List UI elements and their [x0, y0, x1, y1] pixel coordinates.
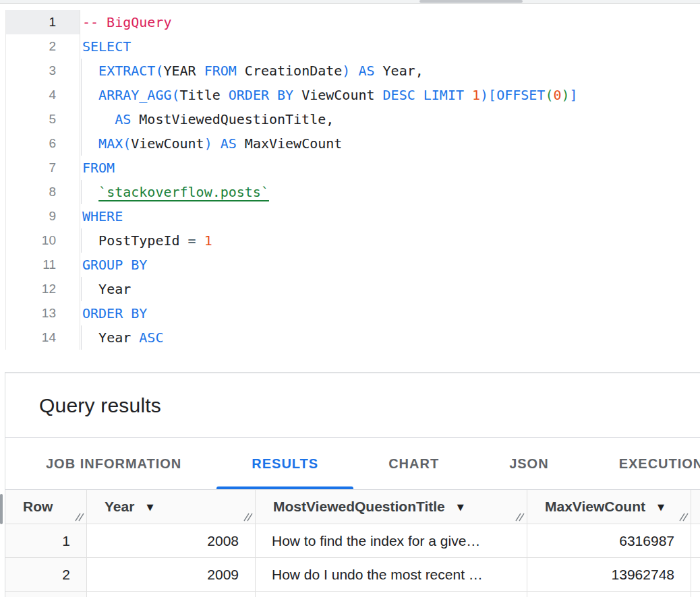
code-line: 2 SELECT	[5, 34, 700, 59]
column-resize-handle-icon[interactable]	[243, 513, 253, 522]
code-token: ASC	[139, 329, 163, 346]
active-tab-indicator	[216, 486, 353, 489]
tab-label: CHART	[388, 456, 439, 472]
code-token	[82, 135, 98, 152]
line-number: 11	[5, 253, 80, 277]
code-token	[82, 281, 98, 297]
table-header-row: Row Year ▼ MostViewedQuestionTitle ▼ Max…	[5, 490, 700, 524]
code-line-content: WHERE	[80, 204, 700, 228]
table-reference-link[interactable]: `stackoverflow.posts`	[98, 184, 269, 200]
tab-results[interactable]: RESULTS	[216, 438, 353, 489]
table-cell: How to find the index for a give…	[256, 524, 527, 557]
code-token: )	[204, 135, 212, 152]
table-cell	[87, 592, 256, 597]
code-token: )	[562, 87, 570, 103]
code-token: PostTypeId	[98, 232, 187, 249]
code-token: ViewCount	[131, 135, 204, 152]
line-number: 10	[5, 228, 80, 253]
column-header-year[interactable]: Year ▼	[87, 490, 256, 524]
column-header-row: Row	[5, 490, 87, 524]
vertical-scrollbar-thumb[interactable]	[0, 494, 3, 524]
line-number: 8	[5, 180, 80, 204]
code-token: ]	[570, 87, 578, 103]
column-sort-dropdown-icon: ▼	[658, 502, 664, 512]
code-line-content: EXTRACT(YEAR FROM CreationDate) AS Year,	[80, 59, 700, 83]
horizontal-scrollbar-thumb[interactable]	[419, 0, 523, 3]
cell-value: 1	[62, 533, 70, 549]
column-resize-handle-icon[interactable]	[679, 513, 689, 522]
line-number: 2	[5, 34, 80, 59]
cell-value: 13962748	[612, 567, 674, 583]
panel-gap	[0, 352, 700, 372]
code-token	[82, 111, 115, 127]
code-line: 6 MAX(ViewCount) AS MaxViewCount	[5, 131, 700, 156]
code-token: AS	[350, 63, 382, 79]
code-token: 0	[553, 87, 561, 103]
code-token: YEAR	[163, 63, 196, 79]
code-token: MAX(	[98, 135, 131, 152]
code-line-content: ORDER BY	[80, 301, 700, 325]
code-token: )[OFFSET	[480, 87, 545, 103]
tab-chart[interactable]: CHART	[353, 438, 474, 489]
bigquery-console: 1 -- BigQuery 2 SELECT 3 EXTRACT(YEAR FR…	[0, 0, 700, 597]
results-tab-bar: JOB INFORMATION RESULTS CHART JSON EXECU…	[5, 438, 700, 490]
code-token: 1	[204, 232, 212, 249]
tab-label: JSON	[509, 456, 548, 472]
code-token: Year	[98, 281, 131, 297]
table-cell	[527, 592, 691, 597]
code-line: 3 EXTRACT(YEAR FROM CreationDate) AS Yea…	[5, 59, 700, 83]
table-cell	[691, 524, 700, 557]
code-token	[82, 63, 98, 79]
code-token: 1	[472, 87, 480, 103]
column-header-label: Row	[23, 499, 53, 515]
table-cell: 1	[5, 524, 87, 557]
tab-job-information[interactable]: JOB INFORMATION	[11, 438, 216, 489]
cell-value: How do I undo the most recent …	[272, 567, 483, 583]
code-token: EXTRACT(	[98, 63, 163, 79]
code-line: 11 GROUP BY	[5, 253, 700, 277]
line-number: 3	[5, 59, 80, 83]
query-results-panel: Query results JOB INFORMATION RESULTS CH…	[5, 372, 700, 597]
code-line-content: MAX(ViewCount) AS MaxViewCount	[80, 131, 700, 156]
cell-value: 2	[62, 567, 70, 583]
table-cell: 6316987	[527, 524, 691, 557]
indent-guide	[81, 83, 82, 107]
code-line-content: `stackoverflow.posts`	[80, 180, 700, 204]
indent-guide	[81, 228, 82, 253]
tab-execution-details[interactable]: EXECUTION DETAILS	[584, 438, 700, 489]
results-table: Row Year ▼ MostViewedQuestionTitle ▼ Max…	[5, 490, 700, 597]
code-line: 13 ORDER BY	[5, 301, 700, 325]
column-resize-handle-icon[interactable]	[75, 513, 84, 522]
table-cell: 2008	[87, 524, 256, 557]
line-number: 9	[5, 204, 80, 228]
table-row: 2 2009 How do I undo the most recent … 1…	[5, 558, 700, 592]
tab-label: JOB INFORMATION	[46, 456, 181, 472]
column-resize-handle-icon[interactable]	[515, 513, 525, 522]
indent-guide	[81, 325, 82, 350]
code-token: ARRAY_AGG(	[98, 87, 179, 103]
column-header-mostviewedquestiontitle[interactable]: MostViewedQuestionTitle ▼	[256, 490, 527, 524]
line-number: 13	[5, 301, 80, 325]
line-number: 12	[5, 277, 80, 301]
code-token: CreationDate	[245, 63, 343, 79]
table-cell: 2009	[87, 558, 256, 591]
code-line-content: PostTypeId = 1	[80, 228, 700, 253]
code-token: =	[188, 232, 204, 249]
indent-guide	[81, 277, 82, 301]
table-row: 1 2008 How to find the index for a give……	[5, 524, 700, 558]
table-cell	[5, 592, 87, 597]
column-header-label: MaxViewCount	[545, 499, 645, 515]
sql-editor[interactable]: 1 -- BigQuery 2 SELECT 3 EXTRACT(YEAR FR…	[5, 4, 700, 352]
column-sort-dropdown-icon: ▼	[146, 502, 153, 512]
indent-guide	[81, 107, 82, 131]
editor-top-scrollbar-track	[0, 0, 700, 4]
table-cell	[691, 558, 700, 591]
cell-value: 2009	[207, 567, 239, 583]
code-token: AS	[115, 111, 139, 127]
code-token: ViewCount	[301, 87, 374, 103]
tab-label: EXECUTION DETAILS	[619, 456, 700, 472]
tab-json[interactable]: JSON	[474, 438, 583, 489]
code-token: ORDER BY	[82, 305, 147, 321]
code-line-content: ARRAY_AGG(Title ORDER BY ViewCount DESC …	[80, 83, 700, 107]
column-header-maxviewcount[interactable]: MaxViewCount ▼	[527, 490, 691, 524]
